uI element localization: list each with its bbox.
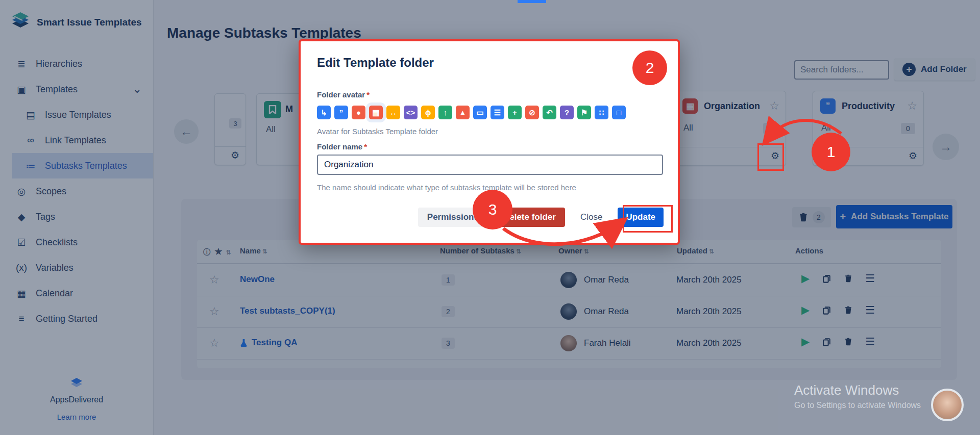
browser-accent-strip: [518, 0, 546, 3]
undo-icon[interactable]: ↶: [543, 106, 556, 119]
card-icon[interactable]: ▭: [473, 106, 487, 119]
cone-icon[interactable]: ▲: [456, 106, 470, 119]
close-button[interactable]: Close: [571, 208, 611, 227]
arrows-horizontal-icon[interactable]: ↔: [386, 106, 400, 119]
annotation-gear-highlight: [757, 143, 784, 171]
commit-icon[interactable]: ϕ: [421, 106, 435, 119]
blocked-icon[interactable]: ⊘: [525, 106, 539, 119]
arrow-up-icon[interactable]: ↑: [438, 106, 452, 119]
code-icon[interactable]: <>: [404, 106, 418, 119]
shapes-icon[interactable]: ∷: [595, 106, 608, 119]
bookmark-icon[interactable]: ⚑: [577, 106, 591, 119]
folder-name-help-text: The name should indicate what type of su…: [317, 183, 576, 192]
plus-icon[interactable]: +: [508, 106, 522, 119]
annotation-step-1: 1: [812, 133, 850, 171]
required-mark: *: [366, 90, 370, 99]
user-avatar[interactable]: [931, 389, 964, 421]
app-root: Smart Issue Templates ≣ Hierarchies ⌄ ▣ …: [0, 0, 980, 435]
required-mark: *: [364, 142, 367, 151]
activate-windows-hint: Go to Settings to activate Windows: [794, 401, 921, 410]
modal-title: Edit Template folder: [317, 56, 434, 70]
folder-name-input[interactable]: [317, 155, 663, 175]
folder-name-label: Folder name*: [317, 142, 367, 151]
annotation-step-3: 3: [473, 190, 512, 229]
align-left-icon[interactable]: ☰: [491, 106, 504, 119]
activate-windows-watermark: Activate Windows: [794, 382, 899, 398]
annotation-update-highlight: [623, 205, 673, 233]
circle-icon[interactable]: ●: [352, 106, 365, 119]
window-icon[interactable]: □: [612, 106, 626, 119]
annotation-step-2: 2: [632, 50, 667, 85]
subtask-icon[interactable]: ↳: [317, 106, 331, 119]
avatar-icon-picker: ↳ ” ● ▦ ↔ <> ϕ ↑ ▲ ▭ ☰ +: [317, 103, 626, 122]
calendar-avatar-icon[interactable]: ▦: [369, 106, 383, 119]
quote-icon[interactable]: ”: [334, 106, 348, 119]
question-icon[interactable]: ?: [560, 106, 574, 119]
folder-avatar-label: Folder avatar*: [317, 90, 370, 99]
avatar-help-text: Avatar for Subtasks Template folder: [317, 127, 438, 136]
